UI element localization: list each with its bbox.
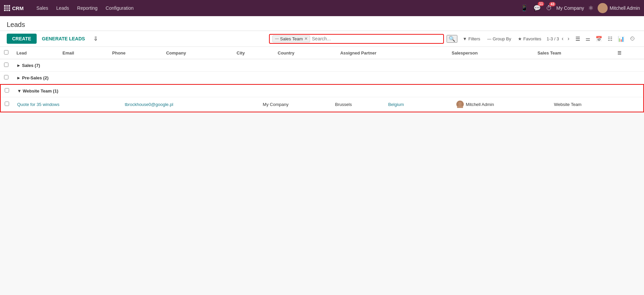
create-button[interactable]: CREATE: [7, 34, 37, 44]
svg-point-0: [600, 5, 605, 9]
nav-sales[interactable]: Sales: [33, 4, 51, 12]
col-assigned-partner[interactable]: Assigned Partner: [336, 47, 448, 59]
activities-icon-btn[interactable]: ⏱ 43: [545, 3, 554, 13]
list-view-button[interactable]: ☰: [573, 34, 582, 43]
col-sales-team[interactable]: Sales Team: [533, 47, 613, 59]
favorites-button[interactable]: ★ Favorites: [515, 35, 544, 43]
nav-reporting[interactable]: Reporting: [74, 4, 101, 12]
app-logo[interactable]: CRM: [4, 5, 29, 11]
salesperson-avatar: [456, 101, 464, 108]
col-country[interactable]: Country: [274, 47, 336, 59]
col-company[interactable]: Company: [162, 47, 233, 59]
row-actions-cell: [626, 97, 643, 112]
group-by-icon: ⸻: [487, 36, 491, 41]
top-navigation: CRM Sales Leads Reporting Configuration …: [0, 0, 644, 16]
toolbar: CREATE GENERATE LEADS ⇓ ⸻ Sales Team ✕ 🔍…: [0, 31, 644, 47]
leads-table: Lead Email Phone Company City Country As…: [0, 47, 644, 84]
row-email: tbrockhouse0@google.pl: [125, 102, 173, 107]
salesperson-container: Mitchell Admin: [456, 101, 546, 108]
table-row: Quote for 35 windows tbrockhouse0@google…: [1, 97, 643, 112]
row-salesperson-cell: Mitchell Admin: [452, 97, 550, 112]
group-row-sales[interactable]: ► Sales (7): [0, 59, 644, 72]
group-row-pre-sales-checkbox-cell: [0, 72, 12, 84]
view-toggles: ☰ ⚌ 📅 ☷ 📊 ⏲: [573, 34, 637, 43]
group-row-website-team-checkbox-cell: [1, 85, 13, 97]
group-row-website-team[interactable]: ▼ Website Team (1): [1, 85, 643, 97]
group-row-pre-sales[interactable]: ► Pre-Sales (2): [0, 72, 644, 84]
download-button[interactable]: ⇓: [90, 34, 101, 44]
col-settings[interactable]: ☰: [613, 47, 644, 59]
row-assigned-partner-cell: [435, 97, 452, 112]
row-phone-cell: [241, 97, 259, 112]
activity-view-button[interactable]: ⏲: [628, 34, 637, 43]
pagination-prev[interactable]: ‹: [560, 35, 565, 42]
col-lead[interactable]: Lead: [12, 47, 59, 59]
calendar-view-button[interactable]: 📅: [594, 34, 604, 43]
pagination-range: 1-3 / 3: [546, 36, 559, 41]
col-email[interactable]: Email: [59, 47, 108, 59]
app-name: CRM: [12, 5, 24, 11]
row-lead-link[interactable]: Quote for 35 windows: [17, 102, 60, 107]
search-bar: ⸻ Sales Team ✕: [269, 34, 444, 44]
row-city-cell: Brussels: [331, 97, 384, 112]
table-header-row: Lead Email Phone Company City Country As…: [0, 47, 644, 59]
user-menu[interactable]: Mitchell Admin: [598, 3, 640, 13]
messages-icon-btn[interactable]: 💬 11: [532, 3, 542, 13]
pagination: 1-3 / 3 ‹ ›: [546, 35, 571, 42]
group-row-sales-label[interactable]: ► Sales (7): [12, 59, 644, 72]
row-lead-cell: Quote for 35 windows: [13, 97, 121, 112]
support-icon-btn[interactable]: 📱: [519, 3, 529, 13]
wrench-icon-btn[interactable]: ⚛: [587, 3, 595, 13]
row-email-cell: tbrockhouse0@google.pl: [121, 97, 241, 112]
sales-team-tag-icon: ⸻: [275, 36, 279, 41]
group-row-website-team-label[interactable]: ▼ Website Team (1): [13, 85, 643, 97]
grid-view-button[interactable]: ☷: [606, 34, 614, 43]
filter-icon: ▼: [463, 36, 467, 41]
col-phone[interactable]: Phone: [108, 47, 162, 59]
select-all-checkbox[interactable]: [4, 50, 8, 54]
pagination-next[interactable]: ›: [566, 35, 571, 42]
col-city[interactable]: City: [233, 47, 274, 59]
filter-bar: ▼ Filters ⸻ Group By ★ Favorites: [460, 35, 544, 43]
highlighted-website-team-section: ▼ Website Team (1) Quote for 35 windows …: [0, 84, 644, 112]
company-name[interactable]: My Company: [556, 5, 584, 11]
topbar-icons: 📱 💬 11 ⏱ 43 My Company ⚛ Mitchell Admin: [519, 3, 640, 13]
svg-point-2: [458, 102, 462, 105]
chart-view-button[interactable]: 📊: [616, 34, 627, 43]
page-header: Leads: [0, 16, 644, 31]
group-by-button[interactable]: ⸻ Group By: [484, 35, 514, 43]
generate-leads-button[interactable]: GENERATE LEADS: [39, 34, 88, 44]
website-team-table: ▼ Website Team (1) Quote for 35 windows …: [1, 85, 643, 112]
search-input[interactable]: [310, 35, 441, 42]
svg-point-3: [457, 105, 463, 108]
pipeline-view-button[interactable]: ⚌: [583, 34, 592, 43]
col-salesperson[interactable]: Salesperson: [448, 47, 533, 59]
nav-configuration[interactable]: Configuration: [102, 4, 137, 12]
search-submit-button[interactable]: 🔍: [447, 35, 457, 43]
salesperson-name: Mitchell Admin: [466, 102, 494, 107]
grid-icon: [4, 5, 10, 11]
row-country-cell: Belgium: [384, 97, 435, 112]
row-checkbox[interactable]: [5, 102, 9, 106]
svg-point-1: [599, 10, 607, 13]
row-country: Belgium: [388, 102, 404, 107]
search-tag-label: Sales Team: [280, 36, 303, 41]
group-row-pre-sales-label[interactable]: ► Pre-Sales (2): [12, 72, 644, 84]
user-name: Mitchell Admin: [610, 5, 640, 11]
avatar: [598, 3, 608, 13]
select-all-checkbox-header[interactable]: [0, 47, 12, 59]
row-sales-team-cell: Website Team: [550, 97, 626, 112]
row-checkbox-cell: [1, 97, 13, 112]
search-tag-sales-team[interactable]: ⸻ Sales Team ✕: [272, 35, 310, 42]
search-tag-close[interactable]: ✕: [304, 36, 308, 41]
star-icon: ★: [518, 36, 522, 41]
group-row-sales-checkbox-cell: [0, 59, 12, 72]
nav-leads[interactable]: Leads: [53, 4, 72, 12]
messages-badge: 11: [538, 2, 544, 6]
row-company-cell: My Company: [259, 97, 331, 112]
filters-button[interactable]: ▼ Filters: [460, 35, 483, 43]
page-title: Leads: [7, 19, 637, 31]
main-content: Lead Email Phone Company City Country As…: [0, 47, 644, 112]
activities-badge: 43: [549, 2, 556, 6]
